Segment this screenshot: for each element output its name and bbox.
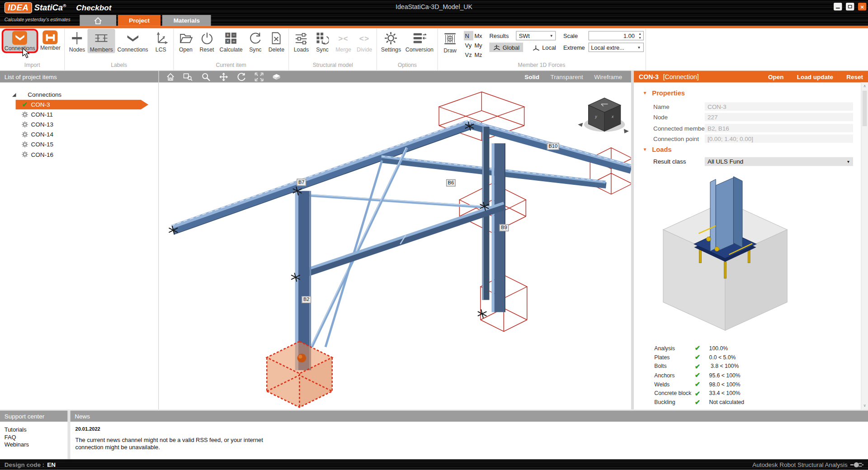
connection-name: CON-3 [639, 73, 659, 80]
reset-connection-button[interactable]: Reset [846, 73, 863, 80]
tree-item-con-16[interactable]: CON-16 [0, 150, 158, 160]
force-mz-toggle[interactable]: Mz [473, 50, 485, 59]
labels-nodes-button[interactable]: Nodes [66, 29, 88, 53]
delete-button[interactable]: Delete [266, 29, 287, 53]
sync-model-button[interactable]: Sync [312, 29, 333, 53]
calculator-icon: + − × ÷ [223, 30, 240, 46]
group-label-structural-model: Structural model [291, 62, 375, 70]
connections-icon [12, 31, 27, 45]
scroll-up-icon[interactable]: ∧ [861, 84, 868, 89]
connection-point-field[interactable]: [0.00; 1.40; 0.00] [705, 135, 853, 143]
properties-section-header[interactable]: ▼ Properties [643, 89, 685, 97]
tab-materials[interactable]: Materials [162, 15, 211, 26]
collapse-icon: ▼ [643, 90, 647, 95]
zoom-window-icon[interactable] [183, 72, 193, 81]
force-vy-toggle[interactable]: Vy [464, 40, 473, 50]
extreme-label: Extreme [563, 44, 585, 51]
pan-icon[interactable] [219, 72, 228, 81]
webinars-link[interactable]: Webinars [5, 441, 63, 449]
divide-icon: <> [356, 30, 373, 46]
open-button[interactable]: Open [175, 29, 197, 53]
calculate-button[interactable]: + − × ÷ Calculate [217, 29, 245, 53]
import-member-button[interactable]: Member [38, 29, 63, 52]
sync-current-button[interactable]: Sync [245, 29, 266, 53]
local-axes-icon [533, 44, 540, 51]
tree-item-con-14[interactable]: CON-14 [0, 130, 158, 140]
tab-project[interactable]: Project [118, 15, 161, 26]
chevron-down-icon: ▼ [846, 160, 850, 164]
conversion-button[interactable]: Conversion [403, 29, 436, 53]
node-markers [169, 122, 489, 318]
tree-item-con-15[interactable]: CON-15 [0, 140, 158, 150]
scale-spinner[interactable]: 1.00 ▲▼ [588, 31, 643, 41]
scroll-down-icon[interactable]: ∨ [861, 404, 868, 408]
load-update-button[interactable]: Load update [797, 73, 833, 80]
view-mode-solid[interactable]: Solid [524, 73, 539, 80]
result-class-combo[interactable]: All ULS Fund ▼ [705, 157, 853, 166]
model-scene[interactable]: y x [159, 82, 631, 409]
results-combo[interactable]: SWt▼ [516, 31, 556, 41]
spinner-arrows[interactable]: ▲▼ [637, 32, 643, 40]
faq-link[interactable]: FAQ [5, 433, 63, 441]
gear-icon [21, 121, 28, 128]
view-mode-wireframe[interactable]: Wireframe [594, 73, 622, 80]
minimize-button[interactable]: ▁ [834, 3, 842, 10]
solid-brick-icon[interactable] [272, 72, 281, 81]
name-field[interactable]: CON-3 [705, 103, 853, 111]
labels-lcs-button[interactable]: LCS [151, 29, 172, 53]
chevron-down-icon: ▼ [634, 45, 641, 49]
view-mode-transparent[interactable]: Transparent [551, 73, 583, 80]
merge-button[interactable]: >< Merge [333, 29, 354, 53]
extreme-combo[interactable]: Local extre...▼ [588, 42, 643, 52]
force-n-toggle[interactable]: N [464, 31, 473, 41]
group-label-current-item: Current item [175, 62, 287, 70]
local-toggle[interactable]: Local [529, 42, 560, 52]
loads-button[interactable]: Loads [291, 29, 312, 53]
force-my-toggle[interactable]: My [473, 40, 485, 50]
force-vz-toggle[interactable]: Vz [464, 50, 473, 59]
zoom-fit-icon[interactable] [254, 72, 264, 81]
divide-button[interactable]: <> Divide [354, 29, 375, 53]
labels-connections-button[interactable]: Connections [115, 29, 151, 53]
gear-icon [21, 141, 28, 148]
connected-members-field[interactable]: B2, B16 [705, 124, 853, 132]
zoom-icon[interactable] [201, 72, 210, 81]
open-folder-icon [178, 30, 194, 46]
tree-item-con-11[interactable]: CON-11 [0, 109, 158, 119]
plug-icon [850, 461, 863, 468]
tutorials-link[interactable]: Tutorials [5, 426, 63, 434]
ribbon-group-options: Settings Conversion Options [377, 28, 438, 70]
import-connections-button[interactable]: Connections [2, 29, 38, 53]
close-button[interactable]: × [858, 3, 866, 10]
expander-icon[interactable] [12, 93, 16, 97]
loads-section-header[interactable]: ▼ Loads [643, 146, 672, 153]
reset-button[interactable]: Reset [196, 29, 217, 53]
chevron-down-icon: ▼ [546, 34, 553, 38]
tree-item-con-3[interactable]: ✔ CON-3 [0, 99, 158, 109]
ribbon-group-member-forces: Draw N Mx Vy My Vz Mz Results SWt▼ Scale [438, 28, 646, 70]
maximize-button[interactable] [846, 3, 854, 10]
open-connection-button[interactable]: Open [768, 73, 783, 80]
results-label: Results [489, 33, 513, 39]
scrollbar-thumb[interactable] [863, 91, 867, 126]
labels-members-button[interactable]: Members [88, 29, 115, 53]
ribbon-group-import: Connections Member Import [0, 28, 65, 70]
project-items-header: List of project items [0, 71, 158, 83]
node-field[interactable]: 227 [705, 113, 853, 121]
svg-text:y: y [594, 114, 597, 119]
force-mx-toggle[interactable]: Mx [473, 31, 485, 41]
settings-button[interactable]: Settings [379, 29, 403, 53]
tree-item-con-13[interactable]: CON-13 [0, 119, 158, 129]
global-toggle[interactable]: Global [489, 42, 523, 52]
svg-text:÷: ÷ [233, 39, 236, 44]
viewport-3d[interactable]: Solid Transparent Wireframe [159, 71, 631, 409]
vertical-scrollbar[interactable]: ∧ ∨ [861, 82, 868, 409]
tab-home[interactable] [80, 15, 116, 26]
global-axes-icon [493, 44, 500, 51]
idea-logo: IDEA [5, 2, 32, 13]
home-view-icon[interactable] [165, 72, 175, 81]
tree-node-connections[interactable]: Connections [0, 89, 158, 99]
minimize-icon: ▁ [836, 3, 840, 8]
rotate-icon[interactable] [236, 72, 246, 81]
draw-forces-button[interactable]: Draw [439, 30, 461, 54]
